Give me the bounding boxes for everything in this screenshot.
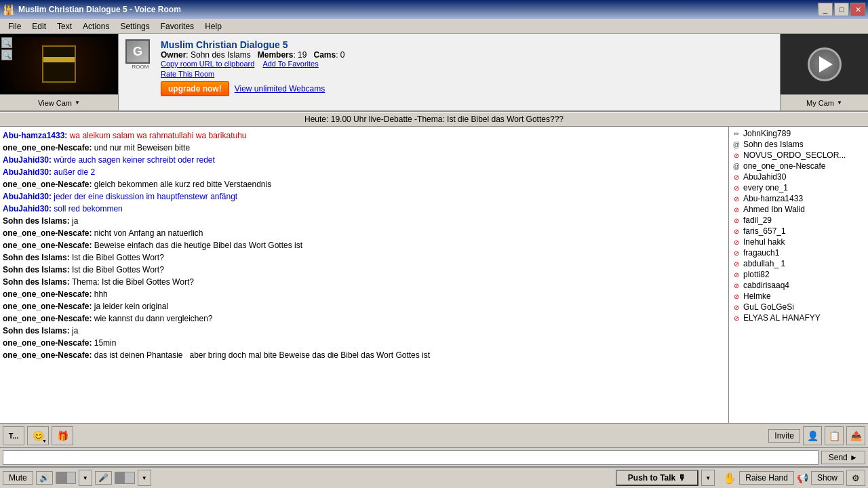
room-info: G ROOM Muslim Christian Dialogue 5 Owner… (119, 34, 780, 110)
list-item[interactable]: ⊘ ELYAS AL HANAFYY (729, 312, 868, 323)
kaaba-shape (42, 45, 76, 83)
cam-left: 🔍 🔍 View Cam ▼ (0, 34, 119, 110)
list-item[interactable]: ⊘ Helmke (729, 291, 868, 302)
list-item[interactable]: ⊘ cabdirisaaq4 (729, 280, 868, 291)
list-item[interactable]: ⊘ Ahmed Ibn Walid (729, 204, 868, 215)
chat-message: Abu-hamza1433: wa aleikum salam wa rahma… (3, 129, 726, 142)
menu-settings[interactable]: Settings (115, 20, 155, 33)
username: NOVUS_ORDO_SECLOR... (743, 150, 846, 160)
list-item[interactable]: @ Sohn des Islams (729, 139, 868, 150)
send-button[interactable]: Send ► (821, 451, 865, 464)
list-item[interactable]: ⊘ AbuJahid30 (729, 171, 868, 182)
chat-message: one_one_one-Nescafe: und nur mit Beweise… (3, 142, 726, 154)
add-favorites-link[interactable]: Add To Favorites (262, 60, 318, 68)
status-bar: Heute: 19.00 Uhr live-Debatte -Thema: Is… (0, 112, 868, 127)
message-input[interactable] (3, 450, 818, 465)
list-item[interactable]: ⊘ Abu-hamza1433 (729, 193, 868, 204)
menu-help[interactable]: Help (199, 20, 227, 33)
maximize-button[interactable]: □ (834, 3, 849, 16)
room-badge-label: ROOM (132, 64, 149, 70)
list-item[interactable]: ⊘ every one_1 (729, 182, 868, 193)
mic-dropdown-arrow[interactable]: ▼ (138, 470, 151, 486)
speaker-volume-slider[interactable] (56, 472, 76, 484)
list-item[interactable]: ✏ JohnKing789 (729, 128, 868, 139)
speaker-dropdown-arrow[interactable]: ▼ (79, 470, 92, 486)
chat-message: one_one_one-Nescafe: hhh (3, 288, 726, 300)
view-cam-dropdown-arrow: ▼ (75, 100, 80, 106)
list-item[interactable]: ⊘ NOVUS_ORDO_SECLOR... (729, 150, 868, 161)
emoji-button[interactable]: 😊 ▼ (27, 426, 49, 445)
at-icon: @ (732, 140, 741, 149)
gift-icon: 🎁 (57, 430, 68, 441)
list-item[interactable]: ⊘ Inehul hakk (729, 237, 868, 247)
list-item[interactable]: ⊘ fragauch1 (729, 247, 868, 258)
cam-view-right (781, 34, 868, 94)
chat-message: one_one_one-Nescafe: ja leider kein orig… (3, 300, 726, 312)
font-button[interactable]: T... (3, 426, 24, 445)
chat-area[interactable]: Abu-hamza1433: wa aleikum salam wa rahma… (0, 127, 729, 423)
push-to-talk-label: Push to Talk (628, 473, 675, 483)
zoom-in-icon[interactable]: 🔍 (1, 37, 12, 48)
show-label: Show (817, 473, 837, 483)
blocked-icon: ⊘ (732, 226, 741, 236)
message-input-row: Send ► (0, 447, 868, 466)
play-triangle-icon (819, 56, 833, 73)
raise-hand-label: Raise Hand (745, 473, 788, 483)
gift-button[interactable]: 🎁 (52, 426, 73, 445)
menu-text[interactable]: Text (52, 20, 77, 33)
menu-edit[interactable]: Edit (26, 20, 52, 33)
copy-button[interactable]: 📋 (825, 426, 844, 445)
show-button[interactable]: Show (811, 471, 844, 485)
username: JohnKing789 (743, 129, 791, 138)
view-webcams-link[interactable]: View unlimited Webcams (235, 84, 326, 94)
menu-file[interactable]: File (3, 20, 26, 33)
list-item[interactable]: ⊘ plotti82 (729, 269, 868, 280)
copy-icon: 📋 (829, 430, 840, 441)
mic-volume-slider[interactable] (115, 472, 135, 484)
blocked-icon: ⊘ (732, 281, 741, 290)
bottom-bar: Mute 🔊 ▼ 🎤 ▼ Push to Talk 🎙 ▼ ✋ Raise Ha… (0, 466, 868, 488)
upgrade-button[interactable]: upgrade now! (161, 81, 229, 96)
list-item[interactable]: ⊘ faris_657_1 (729, 226, 868, 237)
speaker-volume-button[interactable]: 🔊 (36, 471, 53, 485)
chat-message: one_one_one-Nescafe: gleich bekommen all… (3, 178, 726, 190)
export-button[interactable]: 📤 (846, 426, 865, 445)
settings-icon: ⚙ (852, 473, 860, 483)
push-to-talk-dropdown[interactable]: ▼ (701, 470, 715, 486)
chat-message: one_one_one-Nescafe: nicht von Anfang an… (3, 227, 726, 239)
cam-right: My Cam ▼ (780, 34, 868, 110)
chat-message: Sohn des Islams: ja (3, 215, 726, 227)
list-item[interactable]: ⊘ abdullah_ 1 (729, 258, 868, 269)
raise-hand-button[interactable]: Raise Hand (739, 471, 794, 485)
username: cabdirisaaq4 (743, 281, 789, 290)
invite-button[interactable]: Invite (768, 429, 800, 443)
list-item[interactable]: @ one_one_one-Nescafe (729, 161, 868, 171)
list-item[interactable]: ⊘ GuL GoLGeSi (729, 302, 868, 312)
menu-favorites[interactable]: Favorites (155, 20, 199, 33)
list-item[interactable]: ⊘ fadil_29 (729, 215, 868, 226)
username: Sohn des Islams (743, 140, 804, 149)
push-to-talk-button[interactable]: Push to Talk 🎙 (616, 470, 698, 486)
chat-message: AbuJahid30: würde auch sagen keiner schr… (3, 154, 726, 166)
add-user-button[interactable]: 👤 (803, 426, 822, 445)
mute-button[interactable]: Mute (3, 471, 33, 485)
copy-url-link[interactable]: Copy room URL to clipboard (161, 60, 254, 68)
mic-button[interactable]: 🎤 (95, 471, 112, 485)
minimize-button[interactable]: _ (818, 3, 833, 16)
view-cam-button[interactable]: View Cam ▼ (0, 94, 118, 110)
my-cam-button[interactable]: My Cam ▼ (781, 94, 868, 110)
zoom-out-icon[interactable]: 🔍 (1, 49, 12, 60)
chat-message: one_one_one-Nescafe: wie kannst du dann … (3, 312, 726, 325)
username: GuL GoLGeSi (743, 302, 794, 312)
main-content: Abu-hamza1433: wa aleikum salam wa rahma… (0, 127, 868, 423)
settings-button[interactable]: ⚙ (846, 470, 865, 486)
play-button[interactable] (808, 47, 842, 81)
blocked-icon: ⊘ (732, 205, 741, 214)
room-badge: G (125, 39, 150, 64)
chat-message: AbuJahid30: außer die 2 (3, 166, 726, 178)
status-message: Heute: 19.00 Uhr live-Debatte -Thema: Is… (304, 115, 564, 124)
rate-room-link[interactable]: Rate This Room (161, 70, 214, 78)
menu-actions[interactable]: Actions (77, 20, 115, 33)
blocked-icon: ⊘ (732, 194, 741, 203)
close-button[interactable]: ✕ (850, 3, 865, 16)
